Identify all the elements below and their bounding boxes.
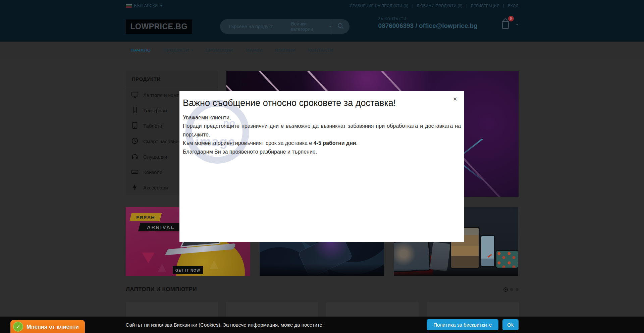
- carousel-dots: [503, 287, 519, 292]
- nav-item-brands[interactable]: МАРКИ: [246, 42, 263, 59]
- separator: [413, 4, 413, 8]
- nav-item-news[interactable]: НОВИНИ: [275, 42, 296, 59]
- nav-item-promotions[interactable]: ПРОМОЦИИ: [206, 42, 233, 59]
- banner-text-fresh: FRESH: [129, 213, 162, 221]
- tablet-back-image: [430, 242, 450, 271]
- top-bar: БЪЛГАРСКИ СРАВНЕНИЕ НА ПРОДУКТИ (0) ЛЮБИ…: [0, 0, 644, 11]
- tablet-image: [394, 240, 431, 273]
- tablet-icon: [131, 122, 139, 130]
- contact-separator: /: [414, 22, 419, 29]
- keyboard-icon: [131, 168, 139, 176]
- reviews-badge-label: Мнения от клиенти: [26, 324, 79, 330]
- main-navigation: НАЧАЛО ПРОДУКТИ ПРОМОЦИИ МАРКИ НОВИНИ КО…: [0, 42, 644, 59]
- section-title: ЛАПТОПИ И КОМПЮТРИ: [126, 286, 197, 293]
- category-select[interactable]: Всички категории: [291, 19, 331, 34]
- cart-count-badge: 0: [508, 16, 514, 21]
- favorite-products-link[interactable]: ЛЮБИМИ ПРОДУКТИ (0): [417, 4, 463, 8]
- carousel-dot-active[interactable]: [503, 287, 508, 292]
- cookie-ok-button[interactable]: Ok: [502, 319, 518, 330]
- modal-title: Важно съобщение относно сроковете за дос…: [183, 98, 449, 108]
- nav-item-contacts[interactable]: КОНТАКТИ: [308, 42, 333, 59]
- separator: [467, 4, 467, 8]
- headphones-icon: [131, 153, 139, 161]
- contact-phone[interactable]: 0876006393: [378, 22, 414, 29]
- phone-icon: [131, 106, 139, 115]
- bulgarian-flag-icon: [126, 4, 132, 8]
- contact-email[interactable]: office@lowprice.bg: [419, 22, 478, 29]
- modal-thanks: Благодарим Ви за проявеното разбиране и …: [183, 148, 461, 156]
- tablet-image: [495, 250, 518, 269]
- modal-body: Уважаеми клиенти, Поради предстоящите пр…: [183, 113, 461, 156]
- compare-products-link[interactable]: СРАВНЕНИЕ НА ПРОДУКТИ (0): [350, 4, 409, 8]
- cart-bag-icon: [500, 25, 511, 31]
- carousel-dot[interactable]: [516, 288, 519, 291]
- modal-delivery-line: Към момента ориентировъчният срок за дос…: [183, 139, 461, 147]
- language-label: БЪЛГАРСКИ: [134, 3, 158, 8]
- lightning-bolt-icon: [131, 183, 139, 192]
- product-card-top: [427, 302, 519, 317]
- cookie-policy-button[interactable]: Политика за бисквитките: [427, 319, 498, 330]
- customer-reviews-badge[interactable]: ✓ Мнения от клиенти: [10, 320, 85, 333]
- register-link[interactable]: РЕГИСТРАЦИЯ: [471, 4, 499, 8]
- nav-item-products[interactable]: ПРОДУКТИ: [163, 42, 193, 59]
- search-bar: Всички категории: [220, 19, 350, 34]
- delivery-time-bold: 4-5 работни дни: [314, 140, 356, 146]
- login-link[interactable]: ВХОД: [508, 4, 518, 8]
- clock-icon: [131, 137, 139, 146]
- product-card-top: [226, 302, 318, 317]
- separator: [503, 4, 504, 8]
- modal-paragraph: Поради предстоящите празнични дни е възм…: [183, 122, 461, 139]
- cookie-message: Сайтът ни използва Бисквитки (Cookies). …: [126, 322, 324, 328]
- header: LOWPRICE.BG Всички категории ЗА КОНТАКТИ…: [0, 11, 644, 42]
- contacts-label: ЗА КОНТАКТИ: [378, 17, 478, 21]
- delivery-notice-modal: no image × Важно съобщение относно сроко…: [179, 91, 464, 242]
- modal-close-button[interactable]: ×: [451, 95, 460, 103]
- verified-check-icon: ✓: [13, 322, 23, 332]
- cookie-bar: Сайтът ни използва Бисквитки (Cookies). …: [0, 317, 644, 333]
- chevron-down-icon: [160, 5, 163, 7]
- banner-text-arrival: ARRIVAL: [138, 223, 184, 231]
- topbar-links: СРАВНЕНИЕ НА ПРОДУКТИ (0) ЛЮБИМИ ПРОДУКТ…: [350, 0, 518, 11]
- language-selector[interactable]: БЪЛГАРСКИ: [126, 0, 163, 11]
- search-icon: [337, 22, 344, 31]
- nav-item-home[interactable]: НАЧАЛО: [131, 42, 151, 59]
- monitor-icon: [131, 91, 139, 99]
- triangle-decor: [158, 264, 166, 272]
- cart-button[interactable]: 0: [500, 17, 519, 32]
- search-input[interactable]: [220, 19, 291, 34]
- category-selected-label: Всички категории: [291, 21, 326, 32]
- sidebar-title: ПРОДУКТИ: [126, 71, 218, 87]
- site-logo[interactable]: LOWPRICE.BG: [126, 19, 192, 34]
- modal-greeting: Уважаеми клиенти,: [183, 113, 461, 122]
- contacts-block: ЗА КОНТАКТИ 0876006393 / office@lowprice…: [378, 17, 478, 30]
- carousel-dot[interactable]: [510, 288, 513, 291]
- chevron-down-icon: [516, 24, 519, 25]
- product-card-top: [126, 302, 218, 317]
- chevron-down-icon: [329, 26, 332, 27]
- get-it-now-button[interactable]: GET IT NOW: [173, 266, 203, 274]
- section-laptops-header: ЛАПТОПИ И КОМПЮТРИ: [126, 284, 519, 294]
- chevron-down-icon: [191, 50, 193, 51]
- triangle-decor: [142, 253, 155, 263]
- search-button[interactable]: [332, 19, 350, 34]
- tablet-image: [480, 235, 495, 267]
- product-card-top: [326, 302, 419, 317]
- shadow-decor: [260, 264, 384, 276]
- shadow-decor: [394, 268, 518, 276]
